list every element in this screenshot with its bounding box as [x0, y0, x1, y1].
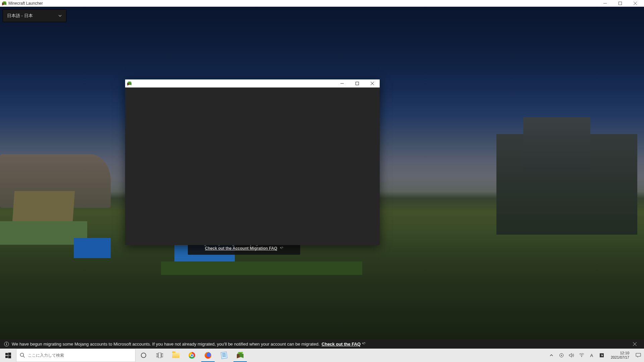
inner-maximize-button[interactable]	[350, 80, 365, 87]
task-view-icon	[156, 353, 163, 358]
grass-block-icon	[2, 1, 6, 6]
tray-ime-button[interactable]: A	[589, 352, 595, 358]
chrome-icon	[189, 352, 195, 359]
system-tray: A 12:10 2021/07/17	[546, 349, 644, 362]
inner-window-titlebar	[125, 79, 380, 87]
bg-mountain-right-2	[523, 117, 590, 171]
svg-rect-5	[5, 353, 8, 355]
outer-maximize-button[interactable]	[612, 0, 628, 7]
chevron-down-icon	[58, 14, 62, 18]
migration-banner-text: We have begun migrating some Mojang acco…	[12, 342, 320, 347]
minimize-icon	[340, 82, 344, 85]
taskbar-search-placeholder: ここに入力して検索	[28, 353, 64, 358]
file-explorer-icon	[172, 353, 179, 358]
svg-rect-11	[156, 354, 158, 357]
svg-rect-8	[8, 355, 11, 358]
outer-window-titlebar: Minecraft Launcher	[0, 0, 644, 7]
svg-rect-4	[6, 344, 7, 345]
taskbar-app-notepad[interactable]	[216, 349, 232, 362]
svg-rect-6	[8, 353, 11, 355]
taskbar-app-file-explorer[interactable]	[168, 349, 184, 362]
task-view-button[interactable]	[152, 349, 168, 362]
maximize-icon	[619, 2, 622, 5]
notepad-icon	[221, 352, 228, 359]
windows-logo-icon	[5, 353, 11, 358]
grass-block-icon	[237, 352, 244, 359]
migration-banner-faq-link[interactable]: Check out the FAQ	[322, 342, 361, 347]
cortana-button[interactable]	[136, 349, 152, 362]
launcher-background: 日本語 - 日本 We're gradually moving from Moj…	[0, 7, 644, 349]
action-center-button[interactable]	[635, 352, 641, 358]
tray-chevron-up-icon	[549, 353, 553, 357]
bg-water	[74, 238, 111, 258]
external-link-icon	[362, 342, 365, 346]
power-mode-icon	[599, 353, 604, 358]
start-button[interactable]	[0, 349, 16, 362]
cortana-circle-icon	[141, 352, 147, 358]
info-icon	[4, 342, 9, 347]
external-link-icon	[280, 247, 283, 250]
svg-rect-7	[5, 356, 8, 358]
windows-taskbar: ここに入力して検索 A 12:10 2021/07/17	[0, 349, 644, 362]
taskbar-date: 2021/07/17	[611, 355, 629, 360]
close-icon	[371, 82, 374, 85]
minimize-icon	[603, 2, 607, 5]
firefox-icon	[205, 352, 211, 359]
outer-close-button[interactable]	[628, 0, 643, 7]
migration-banner-close-button[interactable]	[629, 339, 640, 349]
svg-rect-1	[356, 82, 359, 85]
location-icon	[559, 353, 564, 358]
search-icon	[20, 353, 25, 358]
minecraft-game-window	[125, 79, 380, 245]
tray-location-button[interactable]	[558, 352, 565, 358]
outer-window-title: Minecraft Launcher	[8, 1, 597, 6]
svg-point-3	[6, 343, 7, 343]
outer-minimize-button[interactable]	[597, 0, 612, 7]
taskbar-clock[interactable]: 12:10 2021/07/17	[609, 351, 631, 359]
close-icon	[634, 2, 637, 5]
action-center-icon	[636, 353, 641, 358]
taskbar-time: 12:10	[611, 351, 629, 355]
svg-rect-13	[162, 354, 163, 357]
wifi-icon	[579, 353, 584, 357]
taskbar-app-firefox[interactable]	[200, 349, 216, 362]
language-dropdown[interactable]: 日本語 - 日本	[3, 9, 66, 22]
migration-banner: We have begun migrating some Mojang acco…	[0, 339, 644, 349]
minecraft-launcher-window: Minecraft Launcher 日本語 - 日本 We're gradua	[0, 0, 644, 349]
taskbar-search-box[interactable]: ここに入力して検索	[16, 349, 136, 362]
svg-point-16	[581, 356, 582, 357]
taskbar-app-chrome[interactable]	[184, 349, 200, 362]
migration-faq-link[interactable]: Check out the Account Migration FAQ	[205, 246, 277, 251]
grass-block-icon	[127, 81, 131, 86]
inner-window-content	[125, 87, 380, 245]
maximize-icon	[356, 82, 359, 85]
svg-rect-12	[158, 353, 161, 358]
inner-close-button[interactable]	[365, 80, 380, 87]
volume-icon	[569, 353, 574, 358]
svg-rect-0	[619, 2, 622, 5]
language-dropdown-label: 日本語 - 日本	[7, 13, 33, 19]
svg-point-15	[561, 355, 562, 356]
tray-power-button[interactable]	[599, 352, 605, 358]
tray-overflow-button[interactable]	[548, 352, 554, 358]
close-icon	[633, 342, 637, 346]
svg-point-10	[141, 353, 146, 358]
tray-volume-button[interactable]	[569, 352, 575, 358]
inner-minimize-button[interactable]	[334, 80, 350, 87]
svg-point-9	[20, 353, 24, 357]
bg-cliff	[12, 191, 75, 221]
bg-ground	[161, 261, 362, 275]
taskbar-app-minecraft-launcher[interactable]	[232, 349, 248, 362]
tray-wifi-button[interactable]	[579, 352, 585, 358]
